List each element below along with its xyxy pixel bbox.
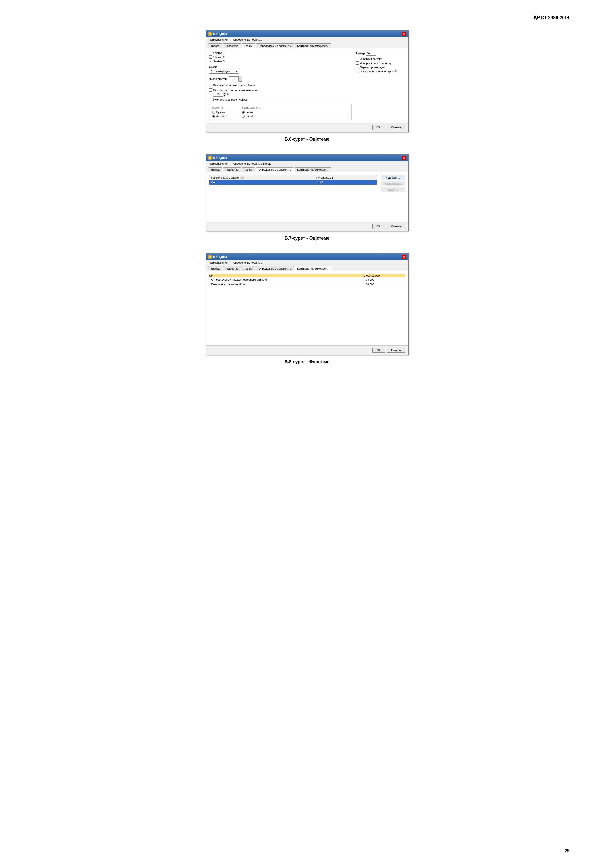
- opytov-spin-down[interactable]: ▼: [239, 79, 242, 81]
- td-value-co-8: 0,000...1,000: [364, 274, 405, 277]
- tab-opred-8[interactable]: Определяемые элементы: [256, 266, 294, 271]
- cb-inv-pot-box[interactable]: [356, 61, 359, 65]
- delete-button-7[interactable]: Удалить: [381, 187, 405, 192]
- radio-liniya-btn[interactable]: [242, 111, 245, 113]
- forma-title: Форма разметки: [242, 106, 260, 109]
- close-button-8[interactable]: ✕: [402, 254, 406, 259]
- tab-opred-6[interactable]: Определяемые элементы: [256, 43, 294, 48]
- tab-rezhim-8[interactable]: Режим: [242, 266, 256, 271]
- caption-6: Б.6-сурет - Әдістеме: [45, 136, 569, 142]
- tabs-8: Трасса Развертка Режим Определяемые элем…: [206, 265, 408, 271]
- percent-spin[interactable]: ▲ ▼: [213, 91, 226, 97]
- tab-rezhim-7[interactable]: Режим: [242, 167, 256, 172]
- cb-iskl-fon-box[interactable]: [356, 70, 359, 73]
- table-row-povt-8[interactable]: Относительный предел повторяемости, r, %…: [209, 277, 405, 282]
- close-button-6[interactable]: ✕: [402, 32, 406, 36]
- figure-8: M Методика ✕ Наименование Определение ко…: [45, 253, 569, 364]
- ok-button-7[interactable]: Ok: [372, 224, 385, 229]
- cb-iskl-box[interactable]: [209, 88, 212, 91]
- cb-yacheyka1[interactable]: Ячейка 1: [209, 51, 352, 54]
- opytov-label: Число опытов: [209, 78, 227, 81]
- cb-inv-tok[interactable]: Инверсия по току: [356, 57, 405, 60]
- tab-razverta-6[interactable]: Развертка: [223, 43, 241, 48]
- close-button-7[interactable]: ✕: [402, 156, 406, 160]
- percent-spin-down[interactable]: ▼: [223, 94, 226, 97]
- opytov-input[interactable]: [229, 76, 239, 81]
- opytov-spin[interactable]: ▲ ▼: [229, 76, 242, 82]
- cb-pervyi[interactable]: Выполнить первый холостой опыт: [209, 84, 352, 87]
- tabs-7: Трасса Развертка Режим Определяемые элем…: [206, 166, 408, 172]
- radio-ruchnaya-btn[interactable]: [212, 111, 215, 113]
- percent-spin-up[interactable]: ▲: [223, 92, 226, 94]
- radio-liniya[interactable]: Линия: [242, 111, 260, 113]
- schema-select[interactable]: 3-х электродная: [209, 69, 239, 74]
- menu-def-8[interactable]: Определение кобальта: [233, 261, 263, 264]
- cancel-button-6[interactable]: Отмена: [387, 125, 405, 130]
- table-row-toch-8[interactable]: Показатель точности, δ, % 30,000: [209, 282, 405, 287]
- body-8: Co 0,000...1,000 Относительный предел по…: [206, 271, 408, 346]
- cb-yacheyka2[interactable]: Ячейка 2: [209, 56, 352, 59]
- radio-avtomat-btn[interactable]: [212, 115, 215, 118]
- radio-avtomat[interactable]: Автомат: [212, 115, 227, 118]
- figure-7: M Методика ✕ Наименование Определение ко…: [45, 154, 569, 241]
- menu-def-7[interactable]: Определение кобальта в виде: [233, 162, 272, 165]
- tab-trassa-8[interactable]: Трасса: [208, 266, 222, 271]
- menu-def-6[interactable]: Определение кобальта: [233, 38, 263, 41]
- cb-inv-tok-label: Инверсия по току: [360, 57, 382, 60]
- tab-kontrol-6[interactable]: Контроль приемлемости: [295, 43, 331, 48]
- cb-inv-tok-box[interactable]: [356, 57, 359, 60]
- menu-naim-6[interactable]: Наименование: [208, 38, 228, 41]
- menubar-7: Наименование Определение кобальта в виде: [206, 161, 408, 166]
- menu-naim-7[interactable]: Наименование: [208, 162, 228, 165]
- cb-yacheyka3[interactable]: Ячейка 3: [209, 60, 352, 63]
- caption-7: Б.7-сурет - Әдістеме: [45, 235, 569, 241]
- tab-kontrol-8[interactable]: Контроль приемлемости: [295, 266, 331, 271]
- titlebar-left-8: M Методика: [208, 255, 227, 259]
- opytov-spin-btns[interactable]: ▲ ▼: [239, 76, 242, 82]
- radio-ruchnaya[interactable]: Ручная: [212, 111, 227, 113]
- tab-kontrol-7[interactable]: Контроль приемлемости: [295, 167, 331, 172]
- tab-razverta-8[interactable]: Развертка: [223, 266, 241, 271]
- td-label-povt-8: Относительный предел повторяемости, r, %: [209, 277, 364, 282]
- cb-pervaya-pr-box[interactable]: [356, 65, 359, 69]
- tab-opred-7[interactable]: Определяемые элементы: [256, 167, 294, 172]
- cb-inv-pot[interactable]: Инверсия по потенциалу: [356, 61, 405, 65]
- dlg1-right: Фильтр Инверсия по току Инверсия по поте…: [356, 51, 405, 120]
- cb-iskl[interactable]: Исключать с повторяемостью ниже: [209, 88, 352, 91]
- td-potential-co-7: 1.180: [314, 180, 377, 185]
- percent-spin-btns[interactable]: ▲ ▼: [223, 91, 226, 97]
- cb-yacheyka3-box[interactable]: [209, 60, 212, 63]
- cb-pervaya-pr[interactable]: Первая производная: [356, 65, 405, 69]
- opytov-row: Число опытов ▲ ▼: [209, 76, 352, 82]
- percent-input[interactable]: [213, 92, 223, 97]
- table-row-co-7[interactable]: Co 1.180: [209, 180, 377, 185]
- cb-iskl-fon-label: Исключение фоновой кривой: [360, 70, 397, 73]
- cb-yacheyka1-label: Ячейка 1: [213, 51, 225, 54]
- filter-input[interactable]: [366, 51, 376, 56]
- schema-row: Схема: [209, 65, 352, 68]
- ok-button-8[interactable]: Ok: [372, 348, 385, 353]
- ok-button-6[interactable]: Ok: [372, 125, 385, 130]
- titlebar-left-7: M Методика: [208, 156, 227, 160]
- cb-vse[interactable]: Исключать во всех ячейках: [209, 98, 352, 101]
- opytov-spin-up[interactable]: ▲: [239, 76, 242, 79]
- tab-trassa-7[interactable]: Трасса: [208, 167, 222, 172]
- cancel-button-8[interactable]: Отмена: [387, 348, 405, 353]
- cb-vse-box[interactable]: [209, 98, 212, 101]
- radio-splayn[interactable]: Сплайн: [242, 115, 260, 118]
- menu-naim-8[interactable]: Наименование: [208, 261, 228, 264]
- radio-splayn-btn[interactable]: [242, 115, 245, 118]
- add-button-7[interactable]: + Добавить: [381, 175, 405, 180]
- tab-trassa-6[interactable]: Трасса: [208, 43, 222, 48]
- elements-table-7: Наименование элемента Потенциал, В Co 1.…: [209, 175, 377, 185]
- tab-razverta-7[interactable]: Развертка: [223, 167, 241, 172]
- cancel-button-7[interactable]: Отмена: [387, 224, 405, 229]
- edit-button-7[interactable]: Редактировать: [381, 181, 405, 186]
- cb-yacheyka1-box[interactable]: [209, 51, 212, 54]
- table-row-co-8[interactable]: Co 0,000...1,000: [209, 274, 405, 277]
- tab-rezhim-6[interactable]: Режим: [242, 43, 256, 48]
- cb-yacheyka2-box[interactable]: [209, 56, 212, 59]
- cb-pervyi-box[interactable]: [209, 84, 212, 87]
- dlg1-left: Ячейка 1 Ячейка 2 Ячейка 3 Схема: [209, 51, 352, 120]
- cb-iskl-fon[interactable]: Исключение фоновой кривой: [356, 70, 405, 73]
